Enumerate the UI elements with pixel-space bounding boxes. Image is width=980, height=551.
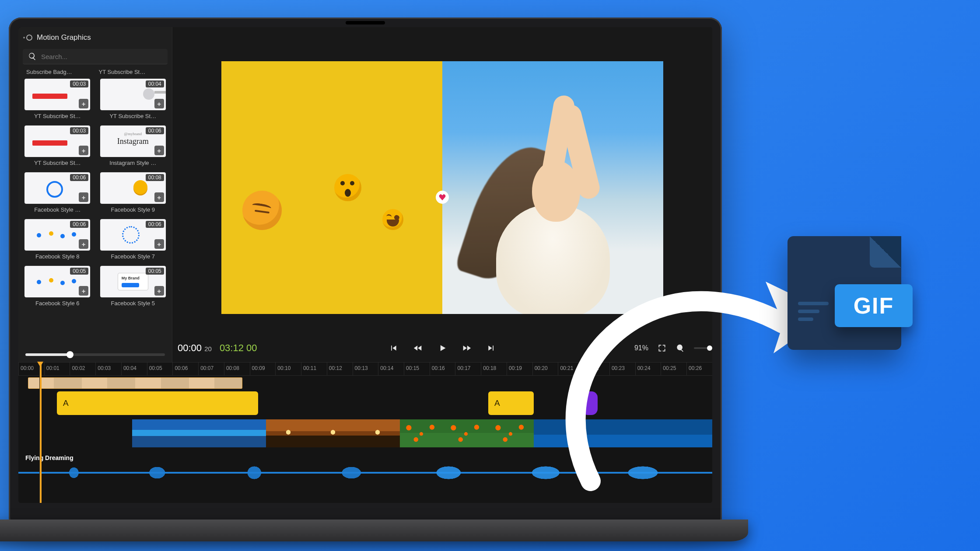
asset-add-button[interactable]: + xyxy=(79,286,88,296)
asset-thumbnail[interactable]: 00:06+ xyxy=(100,219,166,251)
audio-waveform[interactable] xyxy=(18,462,712,483)
ruler-tick[interactable]: 00:22 xyxy=(584,363,609,375)
asset-item[interactable]: Instagram00:06+Instagram Style … xyxy=(99,126,167,166)
asset-add-button[interactable]: + xyxy=(154,239,164,249)
sidebar-search[interactable] xyxy=(23,49,168,64)
ruler-tick[interactable]: 00:24 xyxy=(635,363,661,375)
ruler-tick[interactable]: 00:14 xyxy=(378,363,404,375)
timeline-track-audio[interactable]: Flying Dreaming xyxy=(18,452,712,485)
ruler-tick[interactable]: 00:25 xyxy=(661,363,686,375)
ruler-tick[interactable]: 00:11 xyxy=(301,363,327,375)
asset-label: Facebook Style 5 xyxy=(111,300,155,307)
preview-right-tools: 91% xyxy=(634,343,710,353)
timeline-thumbnail-clip[interactable] xyxy=(28,377,242,389)
asset-thumbnail[interactable]: 00:03+ xyxy=(24,79,90,110)
zoom-out-button[interactable] xyxy=(676,343,685,353)
asset-add-button[interactable]: + xyxy=(154,146,164,155)
asset-add-button[interactable]: + xyxy=(79,239,88,249)
rewind-button[interactable] xyxy=(413,343,423,353)
ruler-tick[interactable]: 00:07 xyxy=(198,363,224,375)
asset-item[interactable]: 00:06+Facebook Style 7 xyxy=(99,219,167,260)
asset-duration-badge: 00:03 xyxy=(70,127,88,134)
asset-add-button[interactable]: + xyxy=(154,286,164,296)
asset-add-button[interactable]: + xyxy=(79,99,88,108)
ruler-tick[interactable]: 00:20 xyxy=(532,363,558,375)
ruler-tick[interactable]: 00:10 xyxy=(275,363,301,375)
timeline-overlay-a1[interactable]: A xyxy=(57,391,258,415)
preview-zoom-slider[interactable] xyxy=(694,347,710,349)
ruler-tick[interactable]: 00:19 xyxy=(507,363,532,375)
ruler-tick[interactable]: 00:21 xyxy=(558,363,584,375)
asset-thumbnail[interactable]: 00:04+ xyxy=(100,79,166,110)
ruler-tick[interactable]: 00:18 xyxy=(481,363,507,375)
timeline-overlay-purple[interactable] xyxy=(582,391,598,415)
asset-item[interactable]: 00:03+YT Subscribe St… xyxy=(24,126,91,166)
emoji-laugh xyxy=(382,209,403,230)
ruler-tick[interactable]: 00:13 xyxy=(353,363,378,375)
timeline-ruler[interactable]: 00:0000:0100:0200:0300:0400:0500:0600:07… xyxy=(18,363,712,376)
asset-thumbnail[interactable]: 00:06+ xyxy=(24,172,90,204)
timeline-track-overlays[interactable]: A A xyxy=(18,391,712,415)
ruler-tick[interactable]: 00:01 xyxy=(44,363,70,375)
asset-item[interactable]: 00:06+Facebook Style 8 xyxy=(24,219,91,260)
ruler-tick[interactable]: 00:17 xyxy=(455,363,481,375)
timeline-track-thumbnails[interactable] xyxy=(18,377,712,389)
ruler-tick[interactable]: 00:06 xyxy=(172,363,198,375)
preview-area: 00:00 20 03:12 00 xyxy=(172,27,712,362)
preview-canvas[interactable] xyxy=(221,61,663,314)
timeline-overlay-a2[interactable]: A xyxy=(488,391,534,415)
emoji-wow xyxy=(334,174,361,201)
asset-add-button[interactable]: + xyxy=(154,99,164,108)
asset-add-button[interactable]: + xyxy=(79,192,88,202)
search-icon xyxy=(28,52,37,61)
asset-add-button[interactable]: + xyxy=(154,192,164,202)
fullscreen-button[interactable] xyxy=(657,343,667,353)
playback-controls-bar: 00:00 20 03:12 00 xyxy=(172,334,712,362)
timeline-video-clip[interactable] xyxy=(132,419,712,447)
ruler-tick[interactable]: 00:04 xyxy=(121,363,147,375)
ruler-tick[interactable]: 00:08 xyxy=(224,363,250,375)
timeline-playhead[interactable] xyxy=(39,363,42,503)
play-button[interactable] xyxy=(438,343,447,353)
go-end-button[interactable] xyxy=(486,343,496,353)
ruler-tick[interactable]: 00:09 xyxy=(250,363,276,375)
asset-item[interactable]: 00:05+Facebook Style 6 xyxy=(24,266,91,307)
asset-item[interactable]: 00:03+YT Subscribe St… xyxy=(24,79,91,119)
search-input[interactable] xyxy=(41,53,162,60)
go-start-button[interactable] xyxy=(388,343,398,353)
ruler-tick[interactable]: 00:23 xyxy=(609,363,635,375)
ruler-tick[interactable]: 00:26 xyxy=(686,363,712,375)
preview-person-figure xyxy=(474,108,632,314)
asset-thumbnail[interactable]: Instagram00:06+ xyxy=(100,126,166,157)
asset-thumbnail[interactable]: 00:05+ xyxy=(100,266,166,297)
asset-thumbnail[interactable]: 00:08+ xyxy=(100,172,166,204)
sidebar-zoom-slider[interactable] xyxy=(25,353,165,356)
asset-label: Facebook Style 6 xyxy=(35,300,79,307)
asset-item[interactable]: 00:05+Facebook Style 5 xyxy=(99,266,167,307)
asset-thumbnail[interactable]: 00:06+ xyxy=(24,219,90,251)
emoji-angry xyxy=(242,191,282,230)
asset-item[interactable]: 00:04+YT Subscribe St… xyxy=(99,79,167,119)
transport-buttons xyxy=(388,343,496,353)
asset-item[interactable]: 00:08+Facebook Style 9 xyxy=(99,172,167,213)
sidebar-zoom-knob[interactable] xyxy=(66,351,74,358)
upper-area: Motion Graphics Subscribe Badg… YT Subsc… xyxy=(18,27,712,362)
asset-add-button[interactable]: + xyxy=(79,146,88,155)
timeline-tracks: A A Fly xyxy=(18,376,712,503)
sidebar-zoom-fill xyxy=(25,353,70,356)
asset-thumbnail[interactable]: 00:05+ xyxy=(24,266,90,297)
ruler-tick[interactable]: 00:05 xyxy=(147,363,173,375)
timeline-track-video[interactable] xyxy=(18,419,712,447)
ruler-tick[interactable]: 00:16 xyxy=(430,363,455,375)
asset-duration-badge: 00:08 xyxy=(146,174,164,181)
ruler-tick[interactable]: 00:02 xyxy=(70,363,95,375)
preview-photo-panel xyxy=(442,61,663,314)
asset-item[interactable]: 00:06+Facebook Style … xyxy=(24,172,91,213)
ruler-tick[interactable]: 00:15 xyxy=(404,363,430,375)
ruler-tick[interactable]: 00:12 xyxy=(327,363,353,375)
asset-thumbnail[interactable]: 00:03+ xyxy=(24,126,90,157)
asset-label: YT Subscribe St… xyxy=(109,113,156,119)
forward-button[interactable] xyxy=(462,343,472,353)
sidebar-top-label-0: Subscribe Badg… xyxy=(26,69,92,75)
ruler-tick[interactable]: 00:03 xyxy=(95,363,121,375)
